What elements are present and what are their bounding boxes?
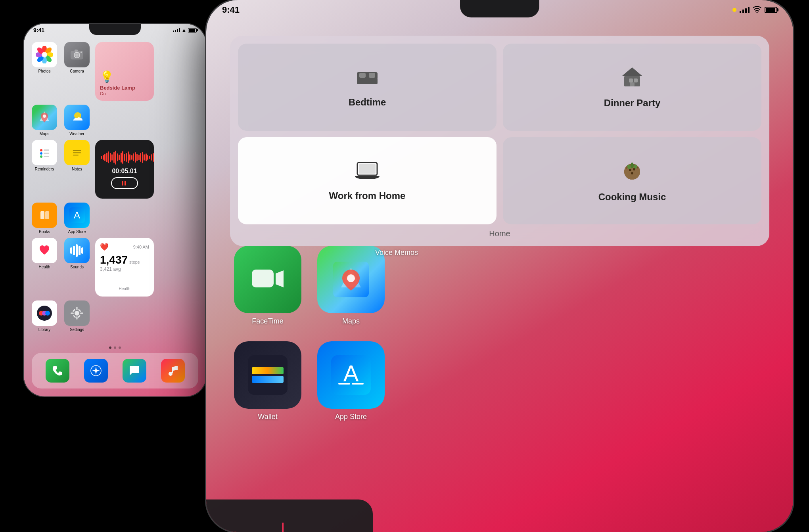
svg-rect-44 — [77, 307, 78, 310]
app-maps-large[interactable]: Maps — [313, 246, 389, 325]
svg-marker-63 — [622, 67, 642, 76]
home-cell-bedtime[interactable]: Bedtime — [238, 44, 497, 131]
home-cell-cooking-music[interactable]: Cooking Music — [503, 137, 761, 224]
app-sounds[interactable]: Sounds — [63, 238, 91, 269]
app-settings[interactable]: Settings — [63, 300, 91, 332]
app-appstore-large[interactable]: A App Store — [313, 341, 389, 421]
dock-safari[interactable] — [84, 359, 108, 383]
home-widget-title: Bedside Lamp — [100, 85, 149, 91]
svg-rect-27 — [73, 155, 79, 156]
work-from-home-label: Work from Home — [329, 190, 406, 201]
home-widget-status: On — [100, 91, 149, 96]
health-widget-small[interactable]: ❤️ 9:40 AM 1,437 steps 3,421 avg Health — [95, 238, 154, 297]
photos-icon — [32, 42, 57, 67]
app-grid-large: FaceTime — [230, 246, 769, 429]
reminders-label: Reminders — [35, 167, 54, 171]
home-widget-large: Bedtime Dinner Party — [230, 36, 769, 246]
svg-point-76 — [633, 168, 635, 170]
app-maps[interactable]: Maps — [30, 105, 59, 136]
svg-rect-36 — [76, 244, 78, 257]
app-grid-small: Photos Camera — [30, 42, 200, 336]
camera-icon — [64, 42, 90, 67]
svg-rect-48 — [72, 309, 75, 312]
large-phone: 9:41 — [206, 0, 793, 532]
books-label: Books — [39, 230, 50, 234]
weather-label-small: Weather — [69, 132, 84, 136]
page-dot-3 — [119, 346, 121, 349]
svg-point-14 — [81, 52, 82, 53]
small-phone-screen: 9:41 ▲ — [24, 24, 206, 396]
dock-messages[interactable] — [123, 359, 146, 383]
svg-rect-50 — [73, 315, 76, 318]
svg-rect-82 — [248, 355, 288, 395]
settings-icon — [64, 300, 90, 326]
library-icon — [32, 300, 57, 326]
page-dots — [109, 346, 121, 349]
app-wallet-large[interactable]: Wallet — [230, 341, 305, 421]
time-small: 9:41 — [33, 27, 44, 33]
app-row-large-1: FaceTime — [230, 246, 769, 325]
app-facetime-large[interactable]: FaceTime — [230, 246, 305, 325]
svg-rect-23 — [44, 156, 49, 157]
small-phone: 9:41 ▲ — [24, 24, 206, 396]
maps-label-small: Maps — [40, 132, 49, 136]
dock-phone[interactable] — [46, 359, 69, 383]
sounds-label: Sounds — [70, 265, 84, 269]
waveform-needle — [282, 522, 284, 532]
weather-icon — [64, 105, 90, 130]
app-row-large-2: Wallet A App Store — [230, 341, 769, 421]
app-weather[interactable]: Weather — [63, 105, 91, 136]
svg-rect-62 — [369, 73, 375, 78]
library-label: Library — [38, 327, 51, 332]
svg-rect-67 — [630, 82, 635, 86]
app-photos[interactable]: Photos — [30, 42, 59, 73]
vm-time-small: 00:05.01 — [112, 168, 137, 175]
maps-icon-large — [317, 246, 385, 313]
status-icons-small: ▲ — [173, 27, 197, 33]
app-row-6: Library — [30, 300, 200, 332]
dock-music[interactable] — [161, 359, 185, 383]
svg-rect-35 — [73, 246, 75, 255]
app-library[interactable]: Library — [30, 300, 59, 332]
app-health[interactable]: Health — [30, 238, 59, 269]
settings-label: Settings — [70, 327, 84, 332]
app-books[interactable]: Books — [30, 203, 59, 234]
svg-point-12 — [75, 54, 79, 57]
home-cell-work-from-home[interactable]: Work from Home — [238, 137, 497, 224]
bed-icon — [355, 67, 379, 92]
svg-rect-13 — [75, 50, 78, 52]
app-row-2: Maps Weather — [30, 105, 200, 136]
dinner-party-label: Dinner Party — [604, 98, 661, 109]
svg-point-20 — [40, 152, 42, 155]
app-reminders[interactable]: Reminders — [30, 140, 59, 171]
home-widget-label-large: Home — [238, 229, 761, 238]
time-large: 9:41 — [222, 5, 240, 15]
battery-icon-large — [765, 7, 777, 13]
notes-icon — [64, 140, 90, 165]
home-cell-dinner-party[interactable]: Dinner Party — [503, 44, 761, 131]
app-camera[interactable]: Camera — [63, 42, 91, 73]
svg-rect-21 — [44, 153, 49, 154]
vm-pause-btn-small[interactable] — [111, 177, 138, 189]
svg-rect-51 — [77, 315, 81, 318]
notes-label: Notes — [72, 167, 82, 171]
svg-rect-60 — [375, 81, 378, 84]
app-row-5: Health Sounds — [30, 238, 200, 297]
svg-marker-53 — [92, 367, 100, 375]
home-widget-small[interactable]: 💡 Bedside Lamp On — [95, 42, 154, 101]
signal-icon-large — [740, 7, 750, 13]
wifi-icon-large — [753, 6, 761, 15]
svg-rect-45 — [77, 316, 78, 320]
voice-memos-widget-large[interactable]: 00:05.01 — [206, 499, 373, 532]
app-appstore[interactable]: A App Store — [63, 203, 91, 234]
wallet-icon-large — [234, 341, 301, 409]
app-notes[interactable]: Notes — [63, 140, 91, 171]
sounds-icon — [64, 238, 90, 263]
signal-icon-small — [173, 28, 180, 32]
svg-rect-46 — [71, 313, 74, 314]
voice-memos-widget-small[interactable]: // Will be generated in template script … — [95, 140, 154, 199]
svg-point-81 — [347, 274, 355, 282]
steps-count: 1,437 — [100, 254, 128, 266]
svg-marker-79 — [276, 270, 284, 287]
health-time: 9:40 AM — [133, 245, 149, 249]
